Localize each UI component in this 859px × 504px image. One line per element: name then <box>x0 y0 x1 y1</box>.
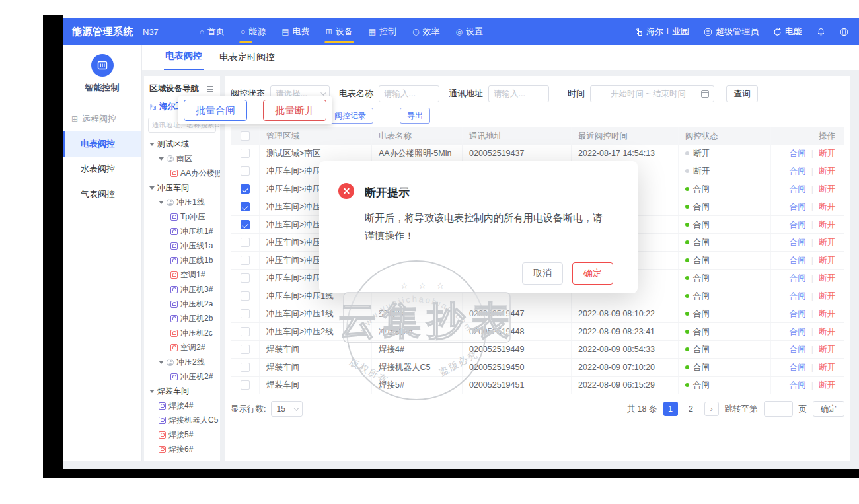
row-checkbox[interactable] <box>241 345 250 354</box>
tab-电表阀控[interactable]: 电表阀控 <box>164 50 204 70</box>
action-close-link[interactable]: 合闸 <box>790 362 806 373</box>
row-checkbox[interactable] <box>241 220 250 229</box>
action-close-link[interactable]: 合闸 <box>790 184 806 195</box>
tree-node[interactable]: 焊装车间 <box>144 384 220 398</box>
sidebar-item-远程阀控[interactable]: ⊞远程阀控 <box>63 106 141 131</box>
tree-node[interactable]: 焊接5# <box>144 427 220 442</box>
action-open-link[interactable]: 断开 <box>819 291 835 302</box>
action-open-link[interactable]: 断开 <box>819 326 835 338</box>
nav-item-首页[interactable]: ⌂首页 <box>192 18 233 45</box>
user-menu[interactable]: 超级管理员 <box>704 26 759 38</box>
page-button-2[interactable]: 2 <box>684 402 698 416</box>
row-checkbox[interactable] <box>241 256 250 265</box>
action-open-link[interactable]: 断开 <box>819 344 835 355</box>
valve-record-button[interactable]: 阀控记录 <box>327 108 373 124</box>
row-checkbox[interactable] <box>241 149 250 158</box>
action-close-link[interactable]: 合闸 <box>790 237 806 248</box>
query-button[interactable]: 查询 <box>726 85 758 102</box>
tree-node[interactable]: 冲压车间 <box>144 180 220 195</box>
action-open-link[interactable]: 断开 <box>819 255 835 266</box>
row-checkbox[interactable] <box>241 291 250 301</box>
next-page-button[interactable]: › <box>704 402 719 416</box>
row-checkbox[interactable] <box>241 380 250 390</box>
park-selector[interactable]: 海尔工业园 <box>634 26 689 38</box>
action-close-link[interactable]: 合闸 <box>790 308 806 320</box>
nav-item-控制[interactable]: ▦控制 <box>361 18 404 45</box>
tree-node[interactable]: Tp冲压 <box>144 209 220 224</box>
export-button[interactable]: 导出 <box>400 108 430 124</box>
tree-node[interactable]: 焊接4# <box>144 398 220 413</box>
row-checkbox[interactable] <box>241 166 250 176</box>
sidebar-item-电表阀控[interactable]: 电表阀控 <box>63 131 141 157</box>
action-open-link[interactable]: 断开 <box>819 362 835 373</box>
row-checkbox[interactable] <box>241 202 250 211</box>
tree-node[interactable]: 冲压机2# <box>144 369 220 384</box>
tree-node[interactable]: 冲压2线 <box>144 355 220 369</box>
action-open-link[interactable]: 断开 <box>819 201 835 213</box>
sidebar-item-气表阀控[interactable]: 气表阀控 <box>63 182 141 207</box>
select-all-checkbox[interactable] <box>241 131 250 141</box>
row-checkbox[interactable] <box>241 273 250 283</box>
energy-switch[interactable]: 电能 <box>773 26 802 38</box>
meter-name-input[interactable] <box>379 85 439 102</box>
tree-node[interactable]: 冲压机2b <box>144 311 220 326</box>
action-close-link[interactable]: 合闸 <box>790 273 806 284</box>
action-close-link[interactable]: 合闸 <box>790 326 806 338</box>
tree-node[interactable]: 焊接机器人C5 <box>144 413 220 427</box>
action-open-link[interactable]: 断开 <box>819 237 835 248</box>
tree-node[interactable]: 空调1# <box>144 268 220 282</box>
collapse-icon[interactable] <box>207 89 213 90</box>
sidebar-item-水表阀控[interactable]: 水表阀控 <box>63 157 141 182</box>
action-close-link[interactable]: 合闸 <box>790 380 806 391</box>
notification-bell-icon[interactable] <box>817 28 825 36</box>
action-close-link[interactable]: 合闸 <box>790 148 806 159</box>
tree-node[interactable]: 测试区域 <box>144 137 220 151</box>
action-close-link[interactable]: 合闸 <box>790 344 806 355</box>
page-button-1[interactable]: 1 <box>663 402 678 416</box>
tab-电表定时阀控[interactable]: 电表定时阀控 <box>218 52 276 70</box>
action-close-link[interactable]: 合闸 <box>790 291 806 302</box>
action-open-link[interactable]: 断开 <box>819 148 835 159</box>
tree-node[interactable]: 南区 <box>144 151 220 166</box>
language-globe-icon[interactable] <box>840 28 848 36</box>
action-close-link[interactable]: 合闸 <box>790 201 806 213</box>
action-open-link[interactable]: 断开 <box>819 273 835 284</box>
jump-page-input[interactable] <box>764 401 793 417</box>
nav-item-设备[interactable]: ⊞设备 <box>318 18 361 45</box>
action-open-link[interactable]: 断开 <box>819 184 835 195</box>
tree-node[interactable]: 焊接6# <box>144 442 220 456</box>
row-checkbox[interactable] <box>241 238 250 247</box>
nav-item-电费[interactable]: ▤电费 <box>274 18 317 45</box>
row-checkbox[interactable] <box>241 363 250 372</box>
tree-node[interactable]: 空调2# <box>144 340 220 355</box>
action-close-link[interactable]: 合闸 <box>790 255 806 266</box>
action-open-link[interactable]: 断开 <box>819 219 835 231</box>
tree-node[interactable]: 冲压机1# <box>144 224 220 238</box>
cancel-button[interactable]: 取消 <box>522 262 563 285</box>
action-open-link[interactable]: 断开 <box>819 166 835 177</box>
tree-node[interactable]: 冲压机2a <box>144 297 220 311</box>
row-checkbox[interactable] <box>241 327 250 336</box>
action-open-link[interactable]: 断开 <box>819 380 835 391</box>
nav-item-效率[interactable]: ◷效率 <box>404 18 447 45</box>
confirm-button[interactable]: 确定 <box>572 262 613 285</box>
tree-node[interactable]: 冲压1线 <box>144 195 220 209</box>
address-input[interactable] <box>488 85 549 102</box>
tree-node[interactable]: 冲压机2c <box>144 326 220 340</box>
row-checkbox[interactable] <box>241 309 250 318</box>
batch-open-button[interactable]: 批量断开 <box>263 100 326 121</box>
nav-item-设置[interactable]: ◎设置 <box>448 18 491 45</box>
tree-node[interactable]: 冲压机3# <box>144 282 220 297</box>
jump-confirm-button[interactable]: 确定 <box>813 401 844 417</box>
nav-item-能源[interactable]: ○能源 <box>233 18 274 45</box>
action-close-link[interactable]: 合闸 <box>790 219 806 231</box>
tree-node[interactable]: 冲压线1b <box>144 253 220 268</box>
tree-node[interactable]: 冲压线1a <box>144 238 220 253</box>
batch-close-button[interactable]: 批量合闸 <box>184 100 247 121</box>
time-range-input[interactable]: 开始时间 ~ 结束时间 <box>590 85 714 102</box>
tree-node[interactable]: AA办公楼照... <box>144 166 220 180</box>
page-size-select[interactable]: 15 <box>271 401 303 417</box>
action-open-link[interactable]: 断开 <box>819 308 835 320</box>
action-close-link[interactable]: 合闸 <box>790 166 806 177</box>
row-checkbox[interactable] <box>241 184 250 194</box>
